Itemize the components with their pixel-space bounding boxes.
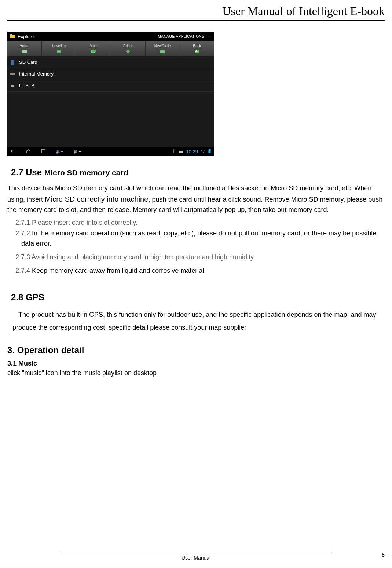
svg-rect-15 (209, 149, 210, 150)
home-icon (21, 49, 28, 54)
folder-icon (10, 33, 15, 40)
svg-point-13 (203, 152, 204, 153)
ss-list: SD Card Internal Memory U S B (7, 56, 214, 147)
body-3-1: click "music" icon into the music playli… (7, 368, 385, 378)
item-2-7-2: 2.7.2 In the memory card operation (such… (15, 228, 385, 249)
tool-label: Back (193, 44, 201, 48)
row-internal: Internal Memory (7, 68, 214, 80)
sdcard-icon (10, 59, 15, 65)
tool-label: LevelUp (52, 44, 66, 48)
svg-rect-5 (160, 50, 165, 53)
svg-rect-12 (179, 151, 183, 153)
editor-icon (125, 49, 131, 54)
svg-rect-0 (22, 50, 27, 53)
heading-2-8: 2.8 GPS (11, 292, 385, 303)
page-footer: User Manual 8 (7, 553, 385, 561)
manage-apps-label: MANAGE APPLICATIONS (158, 34, 204, 39)
item-2-7-4: 2.7.4 Keep memory card away from liquid … (15, 265, 385, 276)
body-2-8: The product has built-in GPS, this funct… (12, 308, 380, 334)
footer-rule (61, 553, 332, 553)
usb-status-icon (172, 149, 176, 154)
footer-center: User Manual (182, 555, 210, 561)
clock: 10:29 (186, 149, 198, 154)
ss-title: Explorer (18, 34, 35, 39)
back-icon (194, 49, 200, 54)
body-emph: Micro SD correctly into machine (45, 195, 148, 203)
svg-point-4 (126, 50, 130, 53)
heading-text: Micro SD memory card (44, 168, 128, 177)
tool-back: Back (180, 41, 214, 56)
item-2-7-3: 2.7.3 Avoid using and placing memory car… (15, 252, 385, 263)
row-usb: U S B (7, 80, 214, 92)
heading-2-7: 2.7 Use Micro SD memory card (11, 167, 385, 177)
tool-home: Home (7, 41, 42, 56)
multi-icon (90, 49, 97, 54)
memory-icon (10, 71, 15, 77)
svg-rect-10 (11, 85, 14, 87)
body-2-7: This device has Micro SD memory card slo… (7, 183, 385, 215)
item-text: In the memory card operation (such as re… (21, 230, 376, 248)
vol-up-icon: 🔉+ (73, 149, 81, 154)
svg-rect-16 (209, 150, 210, 153)
tool-label: Editor (123, 44, 133, 48)
svg-rect-9 (10, 73, 15, 75)
explorer-screenshot: Explorer MANAGE APPLICATIONS ⋮ Home Leve… (7, 32, 214, 156)
tool-editor: Editor (111, 41, 146, 56)
levelup-icon (56, 49, 62, 54)
tool-label: Home (19, 44, 29, 48)
menu-dots-icon: ⋮ (208, 34, 212, 39)
nav-recent-icon (41, 149, 45, 154)
download-status-icon (179, 149, 183, 154)
row-sdcard: SD Card (7, 56, 214, 68)
heading-3: 3. Operation detail (7, 345, 385, 355)
heading-3-1: 3.1 Music (7, 360, 385, 367)
ss-titlebar: Explorer MANAGE APPLICATIONS ⋮ (7, 32, 214, 41)
tool-label: NewFolde (154, 44, 171, 48)
row-label: SD Card (19, 59, 37, 65)
tool-label: Multi (89, 44, 97, 48)
item-num: 2.7.4 (15, 267, 32, 274)
tool-levelup: LevelUp (42, 41, 76, 56)
svg-rect-8 (11, 61, 12, 61)
item-2-7-1: 2.7.1 Please insert card into slot corre… (15, 217, 385, 228)
newfolder-icon (159, 49, 166, 54)
nav-back-icon (10, 149, 15, 154)
heading-number: 2.7 Use (11, 167, 42, 177)
svg-rect-11 (41, 149, 45, 153)
vol-down-icon: 🔉− (56, 149, 63, 154)
tool-multi: Multi (76, 41, 111, 56)
nav-home-icon (26, 149, 31, 154)
page-title: User Manual of Intelligent E-book (7, 0, 385, 21)
ss-navbar: 🔉− 🔉+ 10:29 (7, 147, 214, 156)
usb-icon (10, 83, 15, 89)
battery-icon (208, 149, 211, 154)
tool-newfolder: NewFolde (146, 41, 180, 56)
svg-rect-3 (92, 50, 96, 52)
footer-page: 8 (382, 552, 385, 558)
row-label: Internal Memory (19, 71, 54, 77)
ss-toolbar: Home LevelUp Multi Editor NewFolde Back (7, 41, 214, 56)
row-label: U S B (19, 83, 35, 88)
item-num: 2.7.2 (15, 230, 32, 237)
wifi-icon (201, 149, 205, 154)
item-text: Keep memory card away from liquid and co… (32, 267, 206, 274)
